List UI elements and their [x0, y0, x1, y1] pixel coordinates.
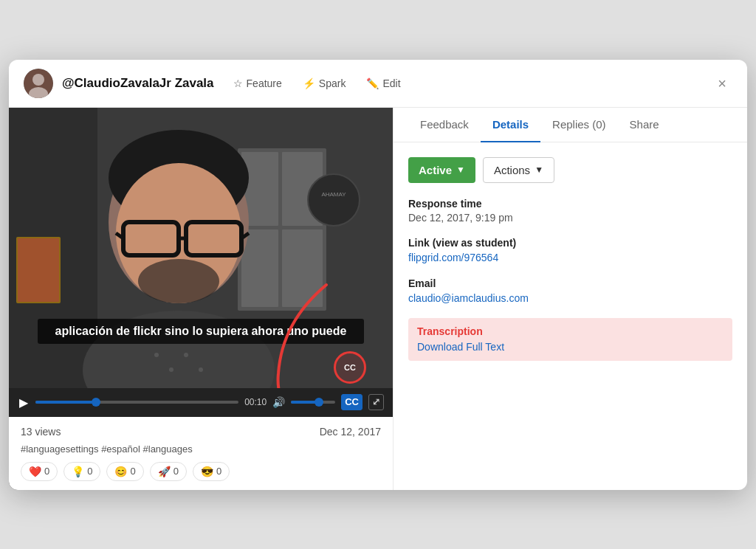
- star-icon: ☆: [233, 77, 243, 89]
- svg-point-26: [308, 174, 360, 226]
- volume-thumb: [315, 398, 323, 407]
- fullscreen-button[interactable]: ⤢: [368, 394, 384, 410]
- active-label: Active: [419, 164, 452, 176]
- transcription-label: Transcription: [417, 325, 724, 337]
- emoji-reactions: ❤️ 0 💡 0 😊 0 🚀 0: [21, 462, 381, 481]
- reaction-heart[interactable]: ❤️ 0: [21, 462, 58, 481]
- avatar: [24, 69, 53, 98]
- video-controls: ▶ 00:10 🔊 CC ⤢: [9, 388, 393, 417]
- svg-point-13: [138, 259, 219, 303]
- tab-feedback[interactable]: Feedback: [408, 108, 481, 142]
- heart-emoji: ❤️: [29, 466, 41, 477]
- email-label: Email: [408, 277, 732, 289]
- bulb-count: 0: [87, 466, 92, 477]
- active-chevron-icon: ▼: [456, 165, 465, 175]
- video-panel: AHAMAY aplicación de flickr sino lo supi…: [9, 108, 393, 490]
- spark-icon: ⚡: [303, 77, 315, 89]
- heart-count: 0: [44, 466, 49, 477]
- svg-point-20: [154, 353, 159, 357]
- smile-emoji: 😊: [114, 466, 127, 477]
- right-content: Active ▼ Actions ▼ Response time Dec 12,…: [394, 142, 747, 490]
- active-button[interactable]: Active ▼: [408, 157, 475, 183]
- reaction-rocket[interactable]: 🚀 0: [150, 462, 187, 481]
- response-time-section: Response time Dec 12, 2017, 9:19 pm: [408, 198, 732, 224]
- svg-point-22: [184, 353, 188, 357]
- modal-body: AHAMAY aplicación de flickr sino lo supi…: [9, 108, 747, 490]
- volume-bar[interactable]: [291, 401, 335, 404]
- progress-thumb: [92, 398, 100, 407]
- email-section: Email claudio@iamclaudius.com: [408, 277, 732, 305]
- svg-point-23: [199, 367, 203, 372]
- feature-button[interactable]: ☆ Feature: [229, 75, 286, 92]
- reaction-bulb[interactable]: 💡 0: [63, 462, 100, 481]
- edit-icon: ✏️: [366, 77, 379, 89]
- edit-button[interactable]: ✏️ Edit: [362, 75, 405, 92]
- modal-header: @ClaudioZavalaJr Zavala ☆ Feature ⚡ Spar…: [9, 60, 747, 108]
- views-count: 13 views: [21, 426, 61, 438]
- header-username: @ClaudioZavalaJr Zavala: [62, 76, 214, 91]
- video-background: AHAMAY: [9, 108, 393, 388]
- svg-rect-8: [241, 229, 278, 307]
- right-panel: Feedback Details Replies (0) Share Activ…: [393, 108, 747, 490]
- hashtags: #languagesettings #español #languages: [21, 443, 381, 455]
- video-area: AHAMAY aplicación de flickr sino lo supi…: [9, 108, 393, 388]
- header-actions: ☆ Feature ⚡ Spark ✏️ Edit: [229, 75, 405, 92]
- cc-label: CC: [344, 363, 356, 372]
- close-button[interactable]: ×: [712, 73, 732, 94]
- download-full-text-link[interactable]: Download Full Text: [417, 341, 504, 353]
- svg-rect-9: [282, 229, 323, 307]
- cool-count: 0: [216, 466, 221, 477]
- svg-point-1: [32, 74, 44, 86]
- tabs-row: Feedback Details Replies (0) Share: [394, 108, 747, 142]
- tab-replies[interactable]: Replies (0): [540, 108, 618, 142]
- volume-icon: 🔊: [272, 396, 285, 408]
- link-label: Link (view as student): [408, 237, 732, 249]
- svg-text:AHAMAY: AHAMAY: [321, 191, 346, 198]
- bulb-emoji: 💡: [72, 466, 84, 477]
- reaction-cool[interactable]: 😎 0: [193, 462, 230, 481]
- email-value[interactable]: claudio@iamclaudius.com: [408, 292, 529, 304]
- cc-toggle-button[interactable]: CC: [341, 394, 362, 410]
- video-footer: 13 views Dec 12, 2017 #languagesettings …: [9, 417, 393, 490]
- spark-button[interactable]: ⚡ Spark: [298, 75, 351, 92]
- views-date-row: 13 views Dec 12, 2017: [21, 426, 381, 438]
- svg-rect-25: [18, 238, 59, 302]
- cc-button-highlight: CC: [334, 351, 366, 384]
- tab-details[interactable]: Details: [481, 108, 540, 142]
- link-value[interactable]: flipgrid.com/976564: [408, 252, 498, 263]
- progress-fill: [35, 401, 97, 404]
- status-row: Active ▼ Actions ▼: [408, 157, 732, 183]
- progress-bar[interactable]: [35, 401, 238, 404]
- rocket-count: 0: [173, 466, 179, 477]
- svg-point-21: [169, 367, 173, 372]
- time-display: 00:10: [244, 397, 267, 407]
- response-time-label: Response time: [408, 198, 732, 210]
- modal-container: @ClaudioZavalaJr Zavala ☆ Feature ⚡ Spar…: [9, 60, 747, 490]
- actions-button[interactable]: Actions ▼: [483, 157, 554, 183]
- transcription-section: Transcription Download Full Text: [408, 318, 732, 361]
- rocket-emoji: 🚀: [158, 466, 171, 477]
- cool-emoji: 😎: [201, 466, 213, 477]
- tab-share[interactable]: Share: [618, 108, 671, 142]
- response-time-value: Dec 12, 2017, 9:19 pm: [408, 212, 732, 224]
- play-button[interactable]: ▶: [18, 394, 30, 411]
- link-section: Link (view as student) flipgrid.com/9765…: [408, 237, 732, 264]
- video-subtitle: aplicación de flickr sino lo supiera aho…: [38, 319, 364, 344]
- actions-label: Actions: [494, 164, 530, 176]
- reaction-smile[interactable]: 😊 0: [106, 462, 143, 481]
- video-date: Dec 12, 2017: [320, 426, 381, 438]
- actions-chevron-icon: ▼: [535, 165, 543, 175]
- volume-fill: [291, 401, 320, 404]
- smile-count: 0: [130, 466, 135, 477]
